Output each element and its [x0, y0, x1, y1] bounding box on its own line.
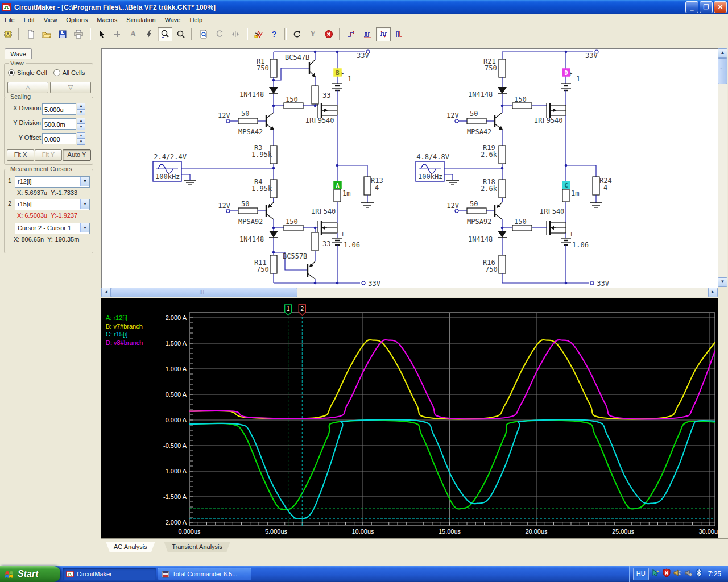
tab-ac-analysis[interactable]: AC Analysis — [106, 542, 155, 552]
delete-tool[interactable] — [142, 27, 156, 41]
component-label: 1.95k — [251, 185, 272, 193]
spin-up-icon[interactable]: ▲ — [77, 118, 85, 124]
terminal — [226, 119, 230, 123]
zoom-tool[interactable] — [173, 27, 188, 41]
component-label: -33V — [593, 280, 609, 288]
minimize-button[interactable]: _ — [685, 1, 698, 13]
y-tick-label: 1.000 A — [166, 365, 187, 372]
scroll-left-icon[interactable]: ◄ — [101, 288, 111, 297]
fit-x-button[interactable]: Fit X — [7, 149, 34, 161]
digital-bus-button[interactable] — [376, 27, 391, 41]
stop-simulation-button[interactable] — [321, 27, 336, 41]
help-button[interactable]: ? — [267, 27, 282, 41]
text-tool[interactable]: A — [126, 27, 140, 41]
digital-step-button[interactable] — [344, 27, 359, 41]
rotate-button[interactable] — [212, 27, 227, 41]
split-view-button[interactable] — [228, 27, 243, 41]
zoom-wire-tool[interactable] — [158, 27, 172, 41]
task-circuitmaker[interactable]: CircuitMaker — [63, 568, 156, 580]
select-tool[interactable] — [94, 27, 109, 41]
menu-options[interactable]: Options — [61, 14, 92, 26]
spin-up-icon[interactable]: ▲ — [77, 132, 85, 139]
y-tick-label: -1.500 A — [163, 493, 187, 500]
component-label: 50 — [241, 200, 249, 208]
analyses-setup-button[interactable] — [251, 27, 266, 41]
security-alert-tray-icon[interactable] — [662, 568, 671, 580]
digital-step-icon — [347, 30, 356, 39]
menu-file[interactable]: File — [0, 14, 19, 26]
analysis-icon — [254, 30, 263, 39]
component-label: IRF540 — [540, 207, 564, 215]
cell-down-button[interactable]: ▽ — [50, 82, 91, 93]
menu-edit[interactable]: Edit — [19, 14, 39, 26]
task-total-commander[interactable]: Total Commander 6.5... — [158, 568, 251, 580]
chevron-down-icon[interactable]: ▼ — [80, 199, 89, 209]
y-division-input[interactable] — [42, 118, 76, 130]
digital-probe-button[interactable] — [392, 27, 407, 41]
y-division-spinner[interactable]: ▲▼ — [77, 118, 85, 128]
resistor — [499, 146, 506, 164]
chevron-down-icon[interactable]: ▼ — [80, 223, 89, 232]
save-button[interactable] — [55, 27, 70, 41]
tab-transient-analysis[interactable]: Transient Analysis — [164, 542, 230, 552]
x-division-spinner[interactable]: ▲▼ — [77, 103, 85, 114]
probe-button[interactable]: Y — [305, 27, 320, 41]
start-button[interactable]: Start — [0, 566, 60, 582]
scrollbar-thumb[interactable]: ≡ — [718, 58, 727, 84]
scroll-up-icon[interactable]: ▲ — [718, 48, 727, 58]
menu-help[interactable]: Help — [185, 14, 207, 26]
wave-window-button[interactable] — [1, 27, 15, 41]
chevron-down-icon[interactable]: ▼ — [80, 177, 89, 186]
print-icon — [74, 30, 83, 39]
spin-up-icon[interactable]: ▲ — [77, 103, 85, 109]
component-label: 50 — [470, 110, 478, 118]
print-button[interactable] — [71, 27, 86, 41]
resistor — [467, 208, 486, 214]
spin-down-icon[interactable]: ▼ — [77, 139, 85, 145]
schematic-pane[interactable]: 33VR1750BC547B+11N414833150IRF954012V50M… — [101, 48, 718, 288]
schematic-vertical-scrollbar[interactable]: ▲ ≡ ▼ — [718, 48, 727, 287]
cursors-group-title: Measurement Cursors — [9, 165, 74, 172]
menu-wave[interactable]: Wave — [160, 14, 185, 26]
new-button[interactable] — [23, 27, 38, 41]
cursor2-signal-select[interactable]: r15[i] ▼ — [15, 199, 90, 210]
x-division-input[interactable] — [42, 103, 76, 115]
wire-tool[interactable] — [110, 27, 125, 41]
y-offset-input[interactable] — [42, 133, 76, 144]
bluetooth-tray-icon[interactable] — [694, 568, 704, 580]
close-button[interactable]: ✕ — [714, 1, 727, 13]
schematic-horizontal-scrollbar[interactable]: ◄ ||| ► — [101, 288, 718, 297]
component-label: 12V — [218, 111, 230, 119]
open-button[interactable] — [39, 27, 54, 41]
scroll-down-icon[interactable]: ▼ — [718, 277, 727, 287]
spin-down-icon[interactable]: ▼ — [77, 124, 85, 130]
component-label: 33 — [322, 92, 330, 99]
speaker-tray-icon[interactable] — [684, 568, 693, 580]
spin-down-icon[interactable]: ▼ — [77, 109, 85, 115]
volume-tray-icon[interactable] — [673, 568, 682, 580]
menu-macros[interactable]: Macros — [92, 14, 122, 26]
tab-wave[interactable]: Wave — [5, 48, 32, 59]
page-zoom-button[interactable] — [196, 27, 211, 41]
menu-simulation[interactable]: Simulation — [122, 14, 160, 26]
menu-view[interactable]: View — [39, 14, 62, 26]
pointer-tray-icon[interactable] — [651, 568, 660, 580]
cursor1-signal-select[interactable]: r12[i] ▼ — [15, 176, 90, 188]
reset-button[interactable] — [289, 27, 304, 41]
radio-single-cell[interactable]: Single Cell — [8, 69, 47, 76]
digital-pulse-button[interactable] — [360, 27, 375, 41]
y-offset-spinner[interactable]: ▲▼ — [77, 132, 85, 143]
component-label: 150 — [514, 95, 527, 103]
scroll-right-icon[interactable]: ► — [708, 288, 718, 297]
y-tick-label: -1.000 A — [163, 468, 187, 475]
language-indicator[interactable]: HU — [633, 568, 649, 580]
waveform-pane[interactable]: 2.000 A1.500 A1.000 A0.500 A0.000 A-0.50… — [101, 298, 718, 538]
page-zoom-icon — [199, 30, 208, 39]
cursor-diff-select[interactable]: Cursor 2 - Cursor 1 ▼ — [15, 223, 90, 234]
fit-y-button[interactable]: Fit Y — [35, 149, 62, 161]
scrollbar-thumb[interactable]: ||| — [111, 288, 297, 297]
cell-up-button[interactable]: △ — [7, 82, 48, 93]
auto-y-button[interactable]: Auto Y — [63, 149, 91, 161]
restore-button[interactable]: ❐ — [700, 1, 713, 13]
radio-all-cells[interactable]: All Cells — [53, 69, 85, 76]
